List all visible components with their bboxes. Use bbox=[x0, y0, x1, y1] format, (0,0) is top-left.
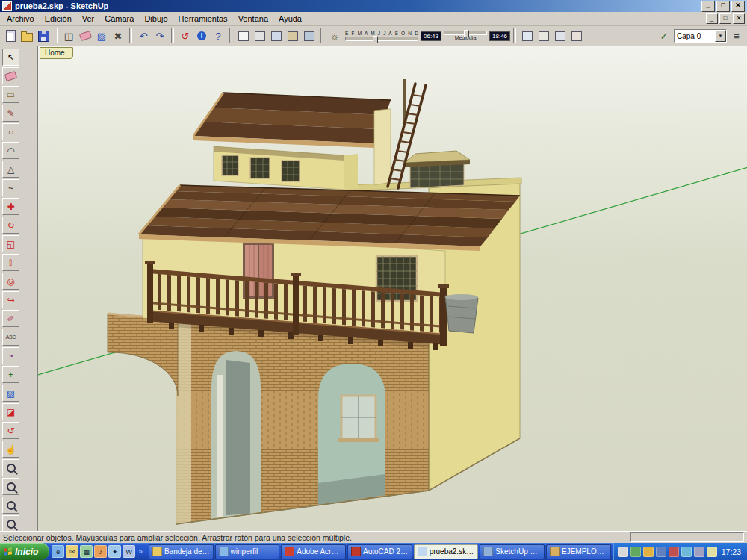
rectangle-tool[interactable]: ▭ bbox=[2, 86, 19, 103]
menu-ventana[interactable]: Ventana bbox=[233, 13, 273, 25]
taskbar-button-0[interactable]: Bandeja de entr... bbox=[149, 544, 214, 559]
new-button[interactable] bbox=[2, 28, 19, 44]
menu-ver[interactable]: Ver bbox=[77, 13, 100, 25]
zoom-window-tool[interactable] bbox=[2, 478, 19, 495]
taskbar-button-2[interactable]: Adobe Acrobat P... bbox=[281, 544, 346, 559]
menu-archivo[interactable]: Archivo bbox=[1, 13, 40, 25]
top-view-button[interactable] bbox=[536, 28, 552, 44]
section-tool[interactable]: ◪ bbox=[2, 403, 19, 420]
offset-tool[interactable]: ◎ bbox=[2, 273, 19, 290]
follow-me-tool[interactable]: ↪ bbox=[2, 291, 19, 308]
zoom-extents-tool[interactable] bbox=[2, 497, 19, 514]
wireframe-mode-button[interactable] bbox=[252, 28, 268, 44]
shadow-time-slider[interactable]: Mediodía bbox=[444, 31, 487, 41]
select-tool[interactable]: ↖ bbox=[2, 49, 19, 66]
shadow-date-slider[interactable]: E F M A M J J A S O N D bbox=[345, 31, 418, 41]
tray-icon-3[interactable] bbox=[643, 547, 654, 557]
hidden-line-mode-button[interactable] bbox=[268, 28, 285, 44]
protractor-tool[interactable]: ◔ bbox=[2, 347, 19, 364]
text-tool[interactable]: ABC bbox=[2, 329, 19, 346]
axes-tool[interactable]: + bbox=[2, 366, 19, 383]
orbit-tool[interactable]: ↺ bbox=[2, 422, 19, 439]
tray-icon-5[interactable] bbox=[669, 547, 679, 557]
toolbar-separator bbox=[229, 28, 232, 43]
hidden-line-mode-button-glyph bbox=[271, 31, 282, 41]
child-minimize-button[interactable]: _ bbox=[706, 13, 718, 24]
info-button[interactable] bbox=[193, 28, 210, 44]
zoom-previous-tool[interactable] bbox=[2, 515, 19, 532]
taskbar-button-5[interactable]: SketchUp 5.0.232 bbox=[480, 544, 545, 559]
tray-icon-2[interactable] bbox=[630, 547, 641, 557]
rotate-tool[interactable]: ↻ bbox=[2, 217, 19, 234]
xray-mode-button[interactable] bbox=[235, 28, 252, 44]
shaded-mode-button[interactable] bbox=[285, 28, 301, 44]
help-button[interactable]: ? bbox=[210, 28, 226, 44]
quick-launch-media[interactable]: ♪ bbox=[94, 545, 107, 558]
tray-icon-7[interactable] bbox=[694, 547, 704, 557]
close-button[interactable]: ✕ bbox=[731, 1, 745, 12]
polygon-tool[interactable]: △ bbox=[2, 161, 19, 178]
eraser-tool[interactable] bbox=[2, 67, 19, 84]
undo-button[interactable]: ↶ bbox=[135, 28, 152, 44]
taskbar-button-6[interactable]: EJEMPLO01.bmp... bbox=[546, 544, 611, 559]
pan-tool[interactable]: ☝ bbox=[2, 441, 19, 458]
shadow-date-handle[interactable] bbox=[373, 36, 378, 43]
paint-bucket-button[interactable]: ▨ bbox=[93, 28, 110, 44]
iso-view-button[interactable] bbox=[519, 28, 536, 44]
tray-icon-1[interactable] bbox=[618, 547, 628, 557]
line-tool[interactable]: ✎ bbox=[2, 105, 19, 122]
menu-camara[interactable]: Cámara bbox=[99, 13, 139, 25]
tray-icon-8[interactable] bbox=[707, 547, 717, 557]
open-button[interactable] bbox=[19, 28, 35, 44]
taskbar-button-3[interactable]: AutoCAD 2005 bbox=[347, 544, 412, 559]
child-close-button[interactable]: ✕ bbox=[733, 13, 745, 24]
vcb-input[interactable] bbox=[630, 532, 744, 542]
shadow-time-handle[interactable] bbox=[464, 30, 469, 37]
quick-launch-ie[interactable]: e bbox=[52, 545, 64, 558]
minimize-button[interactable]: _ bbox=[701, 1, 715, 12]
move-tool[interactable]: ✚ bbox=[2, 198, 19, 215]
menu-ayuda[interactable]: Ayuda bbox=[273, 13, 307, 25]
chevron-down-icon[interactable]: ▼ bbox=[715, 30, 726, 42]
quick-launch-mail[interactable]: ✉ bbox=[66, 545, 78, 558]
layers-dropdown[interactable]: Capa 0 ▼ bbox=[674, 29, 727, 43]
eraser-button[interactable] bbox=[77, 28, 93, 44]
tray-icon-6[interactable] bbox=[681, 547, 692, 557]
side-view-button[interactable] bbox=[568, 28, 585, 44]
shadow-settings-button[interactable]: ☼ bbox=[326, 28, 343, 44]
shadow-date-track[interactable] bbox=[345, 37, 418, 41]
circle-tool[interactable]: ○ bbox=[2, 123, 19, 140]
delete-button[interactable]: ✖ bbox=[110, 28, 126, 44]
menu-herramientas[interactable]: Herramientas bbox=[173, 13, 233, 25]
orbit-camera-button[interactable]: ↺ bbox=[177, 28, 193, 44]
tape-measure-tool[interactable]: ✐ bbox=[2, 310, 19, 327]
drawing-canvas[interactable]: Home bbox=[38, 46, 747, 531]
maximize-button[interactable]: □ bbox=[716, 1, 730, 12]
zoom-tool[interactable] bbox=[2, 459, 19, 476]
shadow-time-track[interactable] bbox=[444, 31, 487, 35]
freehand-tool[interactable]: ~ bbox=[2, 179, 19, 196]
menu-bar: ArchivoEdiciónVerCámaraDibujoHerramienta… bbox=[0, 12, 747, 26]
front-view-button[interactable] bbox=[552, 28, 568, 44]
make-component-button[interactable]: ◫ bbox=[61, 28, 77, 44]
paint-tool[interactable]: ▨ bbox=[2, 385, 19, 402]
quick-launch-msn[interactable]: ✦ bbox=[108, 545, 121, 558]
quick-launch-word[interactable]: W bbox=[123, 545, 135, 558]
taskbar-button-1[interactable]: winperfil bbox=[215, 544, 280, 559]
tray-icon-4[interactable] bbox=[656, 547, 666, 557]
child-restore-button[interactable]: □ bbox=[719, 13, 731, 24]
taskbar-button-4[interactable]: prueba2.skp - ... bbox=[414, 544, 479, 559]
save-button[interactable] bbox=[35, 28, 52, 44]
menu-dibujo[interactable]: Dibujo bbox=[139, 13, 173, 25]
redo-button[interactable]: ↷ bbox=[152, 28, 168, 44]
menu-edicion[interactable]: Edición bbox=[40, 13, 77, 25]
quick-launch-desktop[interactable]: ▦ bbox=[80, 545, 93, 558]
layer-visibility-button[interactable]: ✓ bbox=[656, 28, 672, 44]
arc-tool[interactable]: ◠ bbox=[2, 142, 19, 159]
scale-tool[interactable]: ◱ bbox=[2, 235, 19, 252]
quick-launch-overflow[interactable]: » bbox=[137, 547, 144, 556]
textured-mode-button[interactable] bbox=[301, 28, 317, 44]
layer-manager-button[interactable]: ≡ bbox=[728, 28, 745, 44]
start-button[interactable]: Inicio bbox=[0, 543, 49, 560]
push-pull-tool[interactable]: ⇧ bbox=[2, 254, 19, 271]
